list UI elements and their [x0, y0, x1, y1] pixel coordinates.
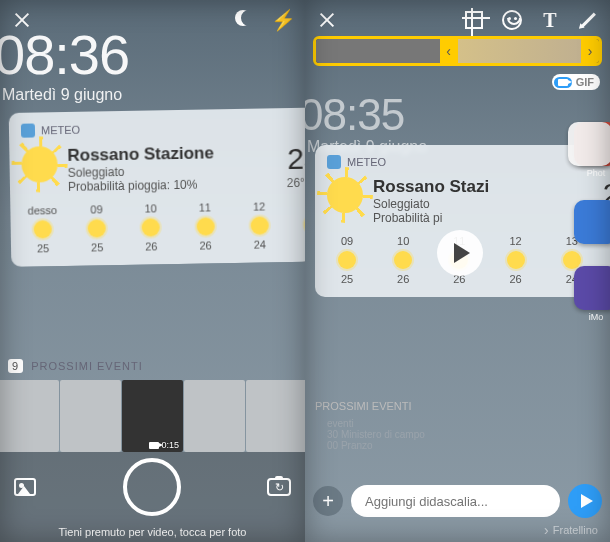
sun-icon: [507, 251, 525, 269]
sun-icon: [142, 218, 160, 236]
lockscreen-clock: 08:36: [0, 22, 129, 87]
thumb-item[interactable]: [60, 380, 121, 452]
app-icon: [574, 200, 610, 244]
sticker-icon[interactable]: [500, 8, 524, 32]
trim-handle-right[interactable]: ›: [581, 39, 599, 63]
lockscreen-clock: 08:35: [305, 90, 404, 140]
recipient-label[interactable]: Fratellino: [544, 522, 598, 538]
hour-col: 1026: [383, 235, 423, 285]
weather-hilo: 26° / 19°: [287, 175, 305, 190]
sun-icon: [196, 217, 214, 235]
sun-icon: [250, 216, 268, 234]
weather-app-label: METEO: [41, 124, 80, 137]
hourly-forecast: desso25 0925 1026 1126 1224 1325: [22, 199, 305, 254]
send-button[interactable]: [568, 484, 602, 518]
close-icon[interactable]: [315, 8, 339, 32]
home-app-icons: Phot iMo: [574, 100, 610, 322]
clock-app-icon: [568, 122, 610, 166]
events-heading: PROSSIMI EVENTI: [315, 400, 412, 412]
crop-icon[interactable]: [462, 8, 486, 32]
thumb-item[interactable]: 0:15: [122, 380, 183, 452]
imovie-app-icon: [574, 266, 610, 310]
video-icon: [149, 442, 159, 449]
weather-city: Rossano Stazi: [373, 177, 592, 197]
camera-capture-screen: ⚡ 08:36 Martedì 9 giugno METEO ⌄ Rossano…: [0, 0, 305, 542]
flash-icon[interactable]: ⚡: [271, 8, 295, 32]
video-trim-bar[interactable]: ‹ ›: [313, 36, 602, 66]
text-tool-icon[interactable]: T: [538, 8, 562, 32]
weather-app-label: METEO: [347, 156, 386, 168]
sun-icon: [88, 219, 106, 237]
shutter-button[interactable]: [123, 458, 181, 516]
switch-camera-icon[interactable]: [267, 478, 291, 496]
gallery-icon[interactable]: [14, 478, 36, 496]
video-mode-icon[interactable]: [554, 77, 572, 88]
sun-icon: [21, 146, 58, 183]
hour-col: desso25: [22, 204, 63, 255]
sun-icon: [338, 251, 356, 269]
editor-topbar: T: [305, 4, 610, 36]
draw-icon[interactable]: [576, 8, 600, 32]
trim-handle-left[interactable]: ‹: [440, 39, 458, 63]
caption-bar: +: [313, 484, 602, 518]
video-gif-toggle[interactable]: GIF: [552, 74, 600, 90]
weather-rain-prob: Probabilità pioggia: 10%: [68, 176, 277, 194]
thumb-item[interactable]: [0, 380, 59, 452]
hour-col: 0925: [76, 203, 117, 254]
lockscreen-date: Martedì 9 giugno: [2, 86, 122, 104]
trim-selection[interactable]: [458, 39, 582, 63]
weather-app-icon: [21, 123, 35, 137]
hour-col: 1026: [131, 202, 172, 253]
sun-icon: [34, 220, 52, 238]
hour-col: 1325: [293, 199, 305, 250]
capture-hint: Tieni premuto per video, tocca per foto: [0, 526, 305, 538]
add-media-button[interactable]: +: [313, 486, 343, 516]
night-mode-icon[interactable]: [233, 8, 257, 32]
app-label: iMo: [574, 312, 610, 322]
hour-col: 0925: [327, 235, 367, 285]
app-label: Phot: [574, 168, 610, 178]
weather-temp: 25°: [286, 141, 305, 176]
events-badge: 9: [8, 359, 23, 373]
event-line: eventi 30 Ministero di campo 00 Pranzo: [327, 418, 425, 451]
weather-rain-prob: Probabilità pi: [373, 211, 592, 225]
sun-icon: [394, 251, 412, 269]
hour-col: 1224: [239, 200, 280, 251]
play-button[interactable]: [437, 230, 483, 276]
thumb-item[interactable]: [184, 380, 245, 452]
media-editor-screen: T ‹ › GIF 08:35 Martedì 9 giugno METEO R…: [305, 0, 610, 542]
weather-widget: METEO ⌄ Rossano Stazione Soleggiato Prob…: [9, 107, 305, 267]
events-heading: 9 PROSSIMI EVENTI: [8, 360, 143, 372]
thumb-item[interactable]: [246, 380, 305, 452]
hour-col: 1126: [185, 201, 226, 252]
gif-mode-label[interactable]: GIF: [576, 76, 594, 88]
sun-icon: [327, 177, 363, 213]
hour-col: 1226: [496, 235, 536, 285]
media-thumbnails[interactable]: 0:15: [0, 380, 305, 452]
weather-condition: Soleggiato: [373, 197, 592, 211]
caption-input[interactable]: [351, 485, 560, 517]
